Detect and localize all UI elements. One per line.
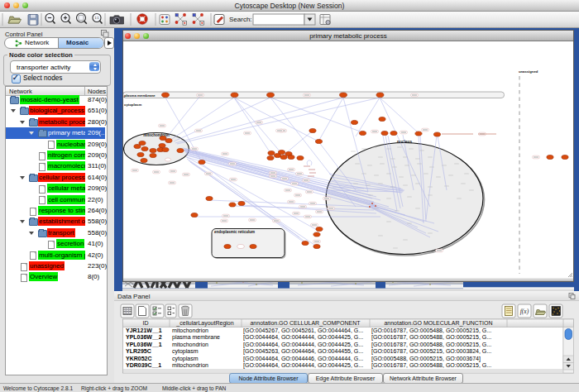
svg-text:YLR295C: YLR295C	[126, 348, 151, 354]
svg-text:cytoplasm: cytoplasm	[124, 103, 141, 107]
svg-text:[GO:0045263, GO:0044464, GO:00: [GO:0045263, GO:0044464, GO:0044455, G..…	[243, 348, 363, 355]
svg-text:YKR052C: YKR052C	[126, 356, 152, 361]
svg-text:endoplasmic reticulum: endoplasmic reticulum	[214, 230, 255, 234]
svg-text:YPL036W__2: YPL036W__2	[126, 334, 162, 340]
svg-text:YJR121W__1: YJR121W__1	[126, 327, 162, 333]
svg-text:[GO:0016787, GO:0005488, GO:00: [GO:0016787, GO:0005488, GO:0005215, G..…	[371, 327, 491, 334]
svg-text:[GO:0044464, GO:0044444, GO:00: [GO:0044464, GO:0044444, GO:0044425, G..…	[243, 342, 363, 348]
svg-text:ID: ID	[143, 320, 149, 326]
svg-text:mitochondrion: mitochondrion	[172, 362, 208, 368]
svg-text:cytoplasm: cytoplasm	[172, 348, 199, 355]
svg-text:plasma membrane: plasma membrane	[124, 93, 156, 98]
svg-text:YPL036W__1: YPL036W__1	[126, 342, 162, 347]
svg-text:f(x): f(x)	[520, 308, 529, 315]
svg-text:[GO:0016787, GO:0005488, GO:00: [GO:0016787, GO:0005488, GO:0005215, G..…	[371, 362, 491, 369]
svg-text:[GO:0016787, GO:0005488, GO:00: [GO:0016787, GO:0005488, GO:0005215, G..…	[371, 342, 491, 348]
svg-text:Search:: Search:	[229, 16, 252, 23]
svg-text:[GO:0044464, GO:0044446, GO:00: [GO:0044464, GO:0044446, GO:0044444, G..…	[243, 356, 363, 362]
svg-text:[GO:0045267, GO:0045261, GO:00: [GO:0045267, GO:0045261, GO:0044464, G..…	[243, 327, 363, 334]
svg-text:cytoplasm: cytoplasm	[172, 356, 199, 362]
svg-text:[GO:0044464, GO:0044444, GO:00: [GO:0044464, GO:0044444, GO:0044425, G..…	[243, 334, 363, 341]
svg-text:_cellularLayoutRegion: _cellularLayoutRegion	[175, 320, 233, 327]
svg-text:unassigned: unassigned	[519, 69, 538, 74]
svg-text:annotation.GO CELLULAR_COMPONE: annotation.GO CELLULAR_COMPONENT	[250, 320, 361, 327]
svg-text:mitochondrion: mitochondrion	[172, 342, 208, 347]
svg-text:[GO:0005488, GO:0005215, GO:00: [GO:0005488, GO:0005215, GO:0003674]	[371, 356, 481, 362]
svg-text:annotation.GO MOLECULAR_FUNCTI: annotation.GO MOLECULAR_FUNCTION	[384, 320, 492, 327]
svg-text:[GO:0016787, GO:0005488, GO:00: [GO:0016787, GO:0005488, GO:0005215, G..…	[371, 334, 491, 341]
svg-text:1:1: 1:1	[95, 17, 99, 20]
svg-text:mitochondrion: mitochondrion	[172, 327, 208, 333]
svg-text:YDR039C__1: YDR039C__1	[126, 362, 161, 368]
svg-text:[GO:0016787, GO:0005215, GO:00: [GO:0016787, GO:0005215, GO:0003824, G..…	[371, 348, 491, 355]
svg-text:plasma membrane: plasma membrane	[172, 334, 220, 341]
svg-text:[GO:0044464, GO:0044444, GO:00: [GO:0044464, GO:0044444, GO:0044425, G..…	[243, 362, 363, 369]
